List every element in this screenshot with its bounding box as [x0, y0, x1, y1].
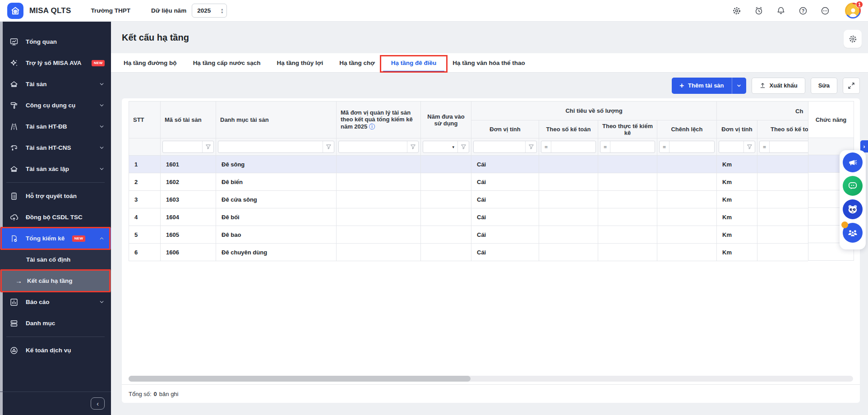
inventory-doc-icon — [9, 234, 19, 244]
horizontal-scrollbar[interactable] — [129, 376, 853, 382]
sidebar-item-tai-san-xac-lap[interactable]: Tài sản xác lập — [0, 158, 111, 180]
table-row[interactable]: 41604Đê bối Cái Km — [129, 208, 808, 226]
table-row[interactable]: 21602Đê biển Cái Km — [129, 173, 808, 191]
org-name[interactable]: Trường THPT — [91, 7, 130, 14]
table-row[interactable]: 61606Đê chuyên dùng Cái Km — [129, 244, 808, 261]
funnel-icon[interactable] — [407, 141, 418, 152]
user-avatar[interactable]: 1 — [845, 3, 861, 18]
edit-button[interactable]: Sửa — [811, 78, 837, 94]
year-stepper-icon[interactable]: ▴▾ — [221, 8, 223, 14]
sidebar-item-ho-tro-quyet-toan[interactable]: Hỗ trợ quyết toán — [0, 185, 111, 207]
add-asset-dropdown-button[interactable] — [732, 78, 746, 94]
funnel-icon[interactable] — [323, 141, 334, 152]
filter-input-theo-thuc-te[interactable] — [610, 141, 655, 152]
tab-ha-tang-duong-bo[interactable]: Hạ tầng đường bộ — [115, 53, 185, 72]
chat-support-button[interactable] — [843, 176, 863, 196]
table-row[interactable]: 31603Đê cửa sông Cái Km — [129, 191, 808, 208]
expand-icon — [848, 82, 855, 89]
filter-nam-dua-vao: ▾ — [423, 141, 469, 153]
equals-operator[interactable]: = — [600, 141, 610, 152]
dashboard-icon — [9, 37, 19, 47]
page-header: Kết cấu hạ tầng — [111, 22, 868, 53]
gear-icon — [848, 34, 858, 44]
sidebar-item-label: Báo cáo — [26, 299, 50, 305]
equals-operator[interactable]: = — [541, 141, 551, 152]
sidebar-item-bao-cao[interactable]: Báo cáo — [0, 291, 111, 313]
filter-input-don-vi-tinh[interactable] — [474, 141, 525, 152]
col-group-gia-tri-clipped: Ch — [717, 101, 808, 120]
funnel-icon[interactable] — [457, 141, 469, 152]
chevron-down-icon — [99, 102, 105, 108]
tab-ha-tang-thuy-loi[interactable]: Hạ tầng thủy lợi — [269, 53, 332, 72]
sidebar: Tổng quan Trợ lý số MISA AVA NEW Tài sản — [0, 22, 111, 415]
sidebar-item-tai-san-ht-cns[interactable]: Tài sản HT-CNS — [0, 137, 111, 158]
filter-input-ma-don-vi[interactable] — [339, 141, 407, 152]
sidebar-item-tai-san-ht-db[interactable]: Tài sản HT-ĐB — [0, 116, 111, 137]
new-badge: NEW — [72, 235, 85, 242]
settings-icon[interactable] — [732, 6, 742, 16]
filter-chenh-lech: = — [659, 141, 715, 153]
col-header-theo-so-ke-toan-2-clipped: Theo số kế toá — [757, 120, 808, 138]
sidebar-subitem-tai-san-co-dinh[interactable]: Tài sản cố định — [0, 249, 111, 270]
fullscreen-button[interactable] — [843, 78, 860, 94]
table-row[interactable]: 51605Đê bao Cái Km — [129, 226, 808, 244]
filter-input-theo-so-ke-toan-2[interactable] — [770, 141, 808, 152]
sidebar-item-label: Tài sản HT-ĐB — [26, 123, 67, 130]
page-settings-button[interactable] — [844, 30, 862, 48]
accounting-service-icon — [9, 346, 19, 355]
people-group-icon — [847, 227, 859, 239]
app-name: MISA QLTS — [29, 6, 71, 15]
help-icon[interactable]: ? — [798, 6, 808, 16]
filter-input-don-vi-tinh-2[interactable] — [719, 141, 743, 152]
more-options-icon[interactable] — [820, 6, 830, 16]
table-footer: Tổng số: 0 bản ghi — [122, 384, 860, 403]
sidebar-item-ke-toan-dich-vu[interactable]: Kế toán dịch vụ — [0, 340, 111, 361]
cloud-sync-icon — [9, 212, 19, 222]
sidebar-item-tong-kiem-ke[interactable]: Tổng kiểm kê NEW — [0, 228, 111, 249]
announcements-button[interactable] — [843, 152, 863, 172]
add-asset-button[interactable]: + Thêm tài sản — [672, 78, 731, 94]
tab-ha-tang-cho[interactable]: Hạ tầng chợ — [331, 53, 383, 72]
sidebar-nav: Tổng quan Trợ lý số MISA AVA NEW Tài sản — [0, 22, 111, 361]
filter-input-ma-so[interactable] — [163, 141, 202, 152]
community-button[interactable] — [843, 223, 863, 243]
sidebar-subitem-ket-cau-ha-tang[interactable]: → Kết cấu hạ tầng — [0, 270, 111, 291]
funnel-icon[interactable] — [202, 141, 213, 152]
filter-input-theo-so-ke-toan[interactable] — [551, 141, 596, 152]
assistant-mascot-button[interactable] — [843, 199, 863, 219]
history-clock-icon[interactable] — [754, 6, 764, 16]
sidebar-item-misa-ava[interactable]: Trợ lý số MISA AVA NEW — [0, 52, 111, 74]
person-icon — [847, 6, 859, 17]
notifications-bell-icon[interactable] — [776, 6, 786, 16]
equals-operator[interactable]: = — [660, 141, 669, 152]
sidebar-item-tong-quan[interactable]: Tổng quan — [0, 31, 111, 52]
scrollbar-thumb[interactable] — [129, 376, 471, 382]
filter-input-chenh-lech[interactable] — [669, 141, 714, 152]
add-asset-split-button: + Thêm tài sản — [672, 78, 746, 94]
app-logo[interactable] — [7, 3, 23, 19]
tab-ha-tang-cap-nuoc-sach[interactable]: Hạ tầng cấp nước sạch — [185, 53, 269, 72]
sidebar-item-dong-bo-csdl-tsc[interactable]: Đồng bộ CSDL TSC — [0, 207, 111, 228]
chevron-down-icon — [99, 145, 105, 151]
filter-input-danh-muc[interactable] — [218, 141, 323, 152]
filter-row: ▾ = = = = — [129, 138, 808, 156]
sidebar-item-danh-muc[interactable]: Danh mục — [0, 313, 111, 334]
dropdown-caret-icon[interactable]: ▾ — [423, 145, 457, 149]
info-icon[interactable]: ⓘ — [369, 123, 375, 130]
panda-icon — [846, 203, 859, 216]
export-button[interactable]: Xuất khẩu — [752, 78, 805, 94]
sidebar-item-cong-cu-dung-cu[interactable]: Công cụ dụng cụ — [0, 95, 111, 116]
sidebar-collapse-button[interactable]: ‹ — [91, 397, 105, 410]
funnel-icon[interactable] — [525, 141, 536, 152]
tab-ha-tang-de-dieu[interactable]: Hạ tầng đê điều — [383, 53, 445, 72]
filter-don-vi-tinh — [473, 141, 537, 153]
equals-operator[interactable]: = — [760, 141, 770, 152]
assets-table: STT Mã số tài sản Danh mục tài sản Mã đơ… — [129, 101, 808, 261]
table-row[interactable]: 11601Đê sông Cái Km — [129, 156, 808, 173]
tab-ha-tang-van-hoa-the-thao[interactable]: Hạ tầng văn hóa thể thao — [444, 53, 533, 72]
total-value: 0 — [154, 391, 157, 397]
sidebar-item-tai-san[interactable]: Tài sản — [0, 74, 111, 95]
year-select[interactable]: 2025 ▴▾ — [192, 4, 227, 18]
funnel-icon[interactable] — [743, 141, 755, 152]
sidebar-item-label: Đồng bộ CSDL TSC — [26, 214, 83, 221]
